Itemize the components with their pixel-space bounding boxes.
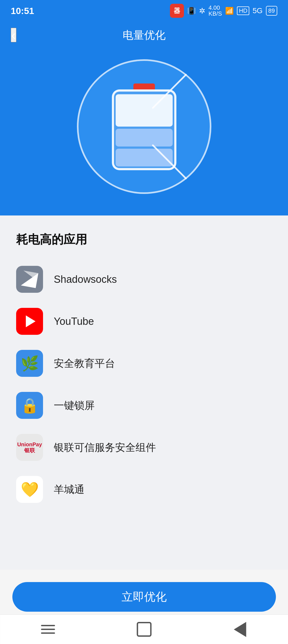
youtube-icon (16, 308, 43, 335)
notification-icon: 器 (170, 4, 184, 18)
hd-icon: HD (237, 6, 249, 15)
app-name-lockscreen: 一键锁屏 (54, 399, 95, 412)
battery-fill-mid (116, 129, 173, 147)
menu-icon (41, 625, 55, 634)
youtube-play-icon (26, 315, 35, 327)
app-name-shadowsocks: Shadowsocks (54, 274, 117, 285)
list-item[interactable]: 🌿 安全教育平台 (16, 342, 272, 384)
battery-circle (77, 59, 211, 194)
battery-fill-top (116, 94, 173, 127)
app-name-unionpay: 银联可信服务安全组件 (54, 441, 156, 454)
battery-body (112, 89, 176, 170)
hero-section (0, 48, 288, 215)
nav-home-button[interactable] (133, 619, 155, 640)
list-item[interactable]: UnionPay银联 银联可信服务安全组件 (16, 426, 272, 468)
vibrate-icon: 📳 (187, 7, 196, 15)
safety-leaf-icon: 🌿 (21, 355, 39, 372)
app-name-safety: 安全教育平台 (54, 357, 115, 370)
content-area: 耗电高的应用 Shadowsocks YouTube 🌿 安全教育平台 (0, 215, 288, 570)
yangcheng-heart-icon: 💛 (21, 481, 39, 498)
lockscreen-icon: 🔒 (16, 392, 43, 419)
app-name-yangcheng: 羊城通 (54, 483, 84, 496)
wifi-icon: 📶 (225, 7, 234, 15)
nav-menu-button[interactable] (37, 619, 59, 640)
list-item[interactable]: Shadowsocks (16, 258, 272, 300)
battery-indicator: 89 (266, 6, 277, 16)
list-item[interactable]: 🔒 一键锁屏 (16, 384, 272, 426)
shadowsocks-icon (16, 266, 43, 293)
bluetooth-icon: ✲ (199, 6, 205, 15)
yangcheng-icon: 💛 (16, 476, 43, 503)
lock-icon: 🔒 (21, 397, 39, 414)
safety-icon: 🌿 (16, 350, 43, 377)
back-button[interactable]: ‹ (11, 28, 16, 42)
status-time: 10:51 (11, 6, 34, 16)
bottom-nav (0, 614, 288, 644)
list-item[interactable]: YouTube (16, 300, 272, 342)
status-bar: 10:51 器 📳 ✲ 4.00KB/S 📶 HD 5G 89 (0, 0, 288, 22)
network-speed: 4.00KB/S (208, 5, 222, 17)
signal-icon: 5G (253, 6, 262, 15)
app-name-youtube: YouTube (54, 316, 94, 327)
back-arrow-icon (234, 622, 246, 637)
optimize-button[interactable]: 立即优化 (12, 582, 276, 612)
unionpay-text-icon: UnionPay银联 (17, 441, 42, 453)
nav-back-button[interactable] (229, 619, 251, 640)
status-icons: 器 📳 ✲ 4.00KB/S 📶 HD 5G 89 (170, 4, 277, 18)
battery-terminal (133, 83, 155, 89)
page-title: 电量优化 (123, 28, 166, 43)
app-list: Shadowsocks YouTube 🌿 安全教育平台 🔒 一键锁屏 (16, 258, 272, 510)
page-header: ‹ 电量优化 (0, 22, 288, 48)
home-icon (137, 622, 151, 637)
optimize-bar: 立即优化 (12, 582, 276, 612)
battery-illustration (112, 83, 176, 170)
list-item[interactable]: 💛 羊城通 (16, 468, 272, 510)
section-title: 耗电高的应用 (16, 232, 272, 248)
unionpay-icon: UnionPay银联 (16, 434, 43, 461)
paperplane-icon (21, 271, 38, 288)
battery-fill-bot (116, 149, 173, 166)
